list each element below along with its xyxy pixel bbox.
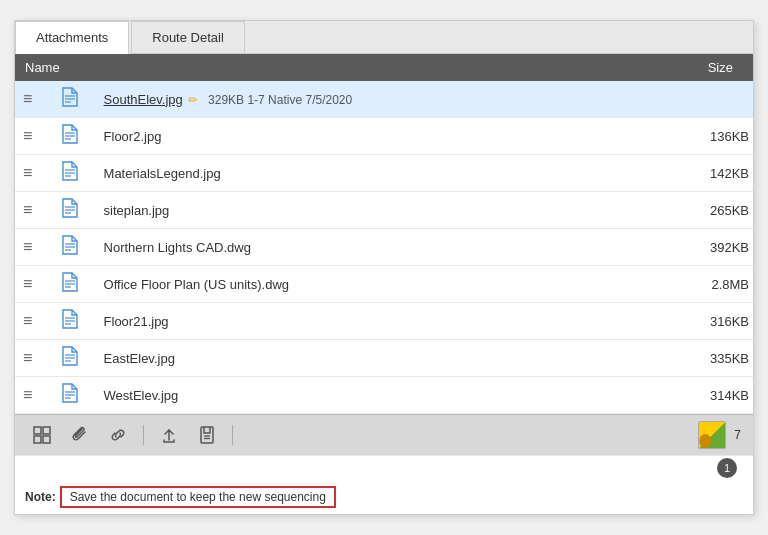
file-icon xyxy=(57,352,83,369)
file-size: 392KB xyxy=(458,229,753,266)
attachments-panel: Attachments Route Detail Name Size ≡ xyxy=(14,20,754,515)
file-size: 136KB xyxy=(458,118,753,155)
file-name: Northern Lights CAD.dwg xyxy=(104,240,251,255)
table-row[interactable]: ≡ EastElev.jpg335KB xyxy=(15,340,753,377)
file-meta: 329KB 1-7 Native 7/5/2020 xyxy=(202,93,358,107)
file-table: Name Size ≡ SouthElev.jpg ✏ 329KB 1-7 Na… xyxy=(15,54,753,414)
svg-rect-30 xyxy=(43,436,50,443)
file-name: SouthElev.jpg xyxy=(104,92,183,107)
table-row[interactable]: ≡ SouthElev.jpg ✏ 329KB 1-7 Native 7/5/2… xyxy=(15,81,753,118)
file-size: 265KB xyxy=(458,192,753,229)
export-button[interactable] xyxy=(192,422,222,448)
file-name: EastElev.jpg xyxy=(104,351,175,366)
file-size: 316KB xyxy=(458,303,753,340)
export-icon xyxy=(197,425,217,445)
tab-attachments[interactable]: Attachments xyxy=(15,21,129,54)
table-row[interactable]: ≡ Northern Lights CAD.dwg392KB xyxy=(15,229,753,266)
toolbar-left-group xyxy=(27,422,235,448)
file-icon xyxy=(57,130,83,147)
grid-view-button[interactable] xyxy=(27,422,57,448)
file-name: siteplan.jpg xyxy=(104,203,170,218)
tab-route-detail[interactable]: Route Detail xyxy=(131,21,245,53)
file-icon xyxy=(57,389,83,406)
file-icon xyxy=(57,315,83,332)
table-row[interactable]: ≡ siteplan.jpg265KB xyxy=(15,192,753,229)
svg-rect-32 xyxy=(201,427,213,443)
edit-icon: ✏ xyxy=(188,93,198,107)
file-icon xyxy=(57,204,83,221)
table-row[interactable]: ≡ Floor21.jpg316KB xyxy=(15,303,753,340)
thumbnail-count-badge: 7 xyxy=(734,428,741,442)
svg-rect-28 xyxy=(43,427,50,434)
drag-handle-icon: ≡ xyxy=(19,238,36,255)
grid-icon xyxy=(32,425,52,445)
note-bar: Note: Save the document to keep the new … xyxy=(15,480,753,514)
drag-handle-icon: ≡ xyxy=(19,349,36,366)
file-size xyxy=(458,81,753,118)
drag-handle-icon: ≡ xyxy=(19,386,36,403)
upload-button[interactable] xyxy=(154,422,184,448)
separator-1 xyxy=(143,425,144,445)
pagination-row: 1 xyxy=(15,455,753,480)
attach-button[interactable] xyxy=(65,422,95,448)
link-button[interactable] xyxy=(103,422,133,448)
page-number: 1 xyxy=(717,458,737,478)
file-name: Office Floor Plan (US units).dwg xyxy=(104,277,289,292)
file-icon xyxy=(57,167,83,184)
file-icon xyxy=(57,241,83,258)
separator-2 xyxy=(232,425,233,445)
table-row[interactable]: ≡ Floor2.jpg136KB xyxy=(15,118,753,155)
file-size: 142KB xyxy=(458,155,753,192)
drag-handle-icon: ≡ xyxy=(19,312,36,329)
drag-handle-icon: ≡ xyxy=(19,164,36,181)
note-label: Note: xyxy=(25,490,56,504)
file-name: Floor21.jpg xyxy=(104,314,169,329)
file-name: MaterialsLegend.jpg xyxy=(104,166,221,181)
drag-handle-icon: ≡ xyxy=(19,90,36,107)
note-text: Save the document to keep the new sequen… xyxy=(60,486,336,508)
file-icon xyxy=(57,278,83,295)
drag-handle-icon: ≡ xyxy=(19,127,36,144)
file-icon xyxy=(57,93,83,110)
bottom-toolbar: 7 xyxy=(15,414,753,455)
toolbar-right-group: 7 xyxy=(698,421,741,449)
upload-icon xyxy=(159,425,179,445)
link-icon xyxy=(108,425,128,445)
drag-handle-icon: ≡ xyxy=(19,201,36,218)
col-header-size: Size xyxy=(458,54,753,81)
table-row[interactable]: ≡ MaterialsLegend.jpg142KB xyxy=(15,155,753,192)
thumbnail-preview xyxy=(698,421,726,449)
table-row[interactable]: ≡ WestElev.jpg314KB xyxy=(15,377,753,414)
svg-rect-29 xyxy=(34,436,41,443)
file-size: 314KB xyxy=(458,377,753,414)
tab-bar: Attachments Route Detail xyxy=(15,21,753,54)
file-name: Floor2.jpg xyxy=(104,129,162,144)
paperclip-icon xyxy=(70,425,90,445)
table-row[interactable]: ≡ Office Floor Plan (US units).dwg2.8MB xyxy=(15,266,753,303)
file-size: 335KB xyxy=(458,340,753,377)
file-name: WestElev.jpg xyxy=(104,388,179,403)
drag-handle-icon: ≡ xyxy=(19,275,36,292)
svg-rect-27 xyxy=(34,427,41,434)
file-size: 2.8MB xyxy=(458,266,753,303)
col-header-name: Name xyxy=(15,54,458,81)
